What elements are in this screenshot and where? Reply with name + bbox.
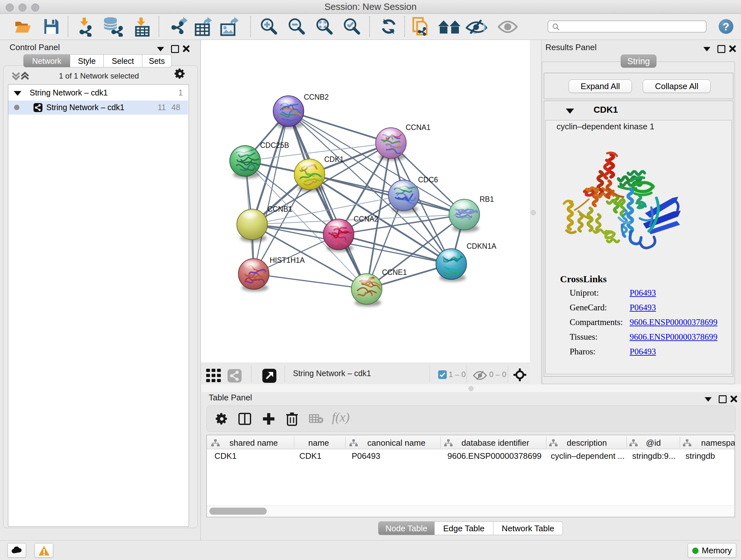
svg-text:CCNE1: CCNE1 bbox=[382, 268, 407, 276]
svg-text:CDK1: CDK1 bbox=[324, 155, 344, 164]
svg-text:RB1: RB1 bbox=[480, 195, 494, 203]
svg-text:HIST1H1A: HIST1H1A bbox=[270, 256, 305, 264]
svg-text:CDC25B: CDC25B bbox=[260, 141, 289, 149]
svg-text:CDKN1A: CDKN1A bbox=[467, 242, 496, 250]
svg-text:CDC6: CDC6 bbox=[418, 176, 438, 184]
svg-text:CCNB2: CCNB2 bbox=[304, 93, 329, 101]
svg-text:CCNA2: CCNA2 bbox=[354, 215, 379, 223]
svg-text:CCNB1: CCNB1 bbox=[267, 205, 292, 213]
svg-text:CCNA1: CCNA1 bbox=[406, 123, 430, 132]
